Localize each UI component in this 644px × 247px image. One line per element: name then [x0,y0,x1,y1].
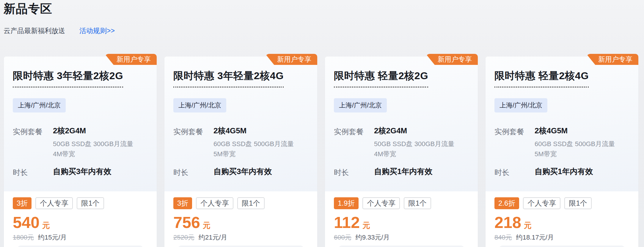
product-card[interactable]: 新用户专享 限时特惠 轻量2核4G 上海/广州/北京 实例套餐 2核4G5M 6… [486,57,638,247]
spec-label: 实例套餐 [13,126,53,159]
promo-row: 1.9折 个人专享 限1个 [334,197,469,209]
price-value: 218 [494,213,521,232]
duration-label: 时长 [334,166,374,177]
spec-detail-line: 5M带宽 [213,149,294,159]
spec-detail-line: 60GB SSD盘 500GB月流量 [213,139,294,149]
card-info-section: 限时特惠 轻量2核2G 上海/广州/北京 实例套餐 2核2G4M 50GB SS… [325,57,478,191]
original-price-row: 1800元 约15元/月 [13,233,148,242]
price-value: 540 [13,213,40,232]
spec-value-block: 2核4G5M 60GB SSD盘 500GB月流量 5M带宽 [213,126,294,159]
original-price-row: 840元 约18.17元/月 [494,233,629,242]
price-unit: 元 [524,220,532,231]
new-user-badge: 新用户专享 [586,54,638,65]
spec-label: 实例套餐 [334,126,374,159]
region-tag: 上海/广州/北京 [334,98,387,112]
promo-tag: 限1个 [404,197,431,209]
card-title: 限时特惠 轻量2核2G [334,69,428,87]
duration-value: 自购买1年内有效 [535,166,593,177]
promo-tag: 限1个 [77,197,104,209]
new-user-badge: 新用户专享 [105,54,157,65]
duration-row: 时长 自购买3年内有效 [173,166,308,177]
product-card[interactable]: 新用户专享 限时特惠 3年轻量2核2G 上海/广州/北京 实例套餐 2核2G4M… [4,57,157,247]
promo-row: 3折 个人专享 限1个 [173,197,308,209]
spec-value-block: 2核2G4M 50GB SSD盘 300GB月流量 4M带宽 [53,126,133,159]
spec-row: 实例套餐 2核2G4M 50GB SSD盘 300GB月流量 4M带宽 [13,126,148,159]
spec-details: 50GB SSD盘 300GB月流量 4M带宽 [53,139,133,159]
promo-tag: 限1个 [237,197,264,209]
duration-row: 时长 自购买3年内有效 [13,166,148,177]
duration-label: 时长 [173,166,213,177]
card-title: 限时特惠 3年轻量2核2G [13,69,123,87]
price-row: 112 元 [334,213,469,232]
spec-detail-line: 50GB SSD盘 300GB月流量 [374,139,454,149]
discount-badge: 2.6折 [494,197,519,209]
discount-badge: 3折 [13,197,32,209]
section-subtitle-row: 云产品最新福利放送 活动规则>> [4,26,115,35]
card-price-section: 3折 个人专享 限1个 540 元 1800元 约15元/月 [4,191,157,247]
activity-rules-link[interactable]: 活动规则>> [79,26,115,35]
duration-value: 自购买3年内有效 [53,166,111,177]
card-row: 新用户专享 限时特惠 3年轻量2核2G 上海/广州/北京 实例套餐 2核2G4M… [4,57,638,247]
spec-row: 实例套餐 2核4G5M 60GB SSD盘 500GB月流量 5M带宽 [173,126,308,159]
price-unit: 元 [42,220,50,231]
price-row: 540 元 [13,213,148,232]
spec-value-block: 2核2G4M 50GB SSD盘 300GB月流量 4M带宽 [374,126,454,159]
promo-tag: 限1个 [564,197,591,209]
spec-detail-line: 60GB SSD盘 500GB月流量 [535,139,615,149]
new-user-badge: 新用户专享 [265,54,317,65]
spec-label: 实例套餐 [173,126,213,159]
spec-value: 2核2G4M [374,126,454,136]
spec-value: 2核2G4M [53,126,133,136]
buy-button[interactable] [178,246,304,247]
discount-badge: 3折 [173,197,192,209]
price-row: 756 元 [173,213,308,232]
price-value: 756 [173,213,200,232]
price-row: 218 元 [494,213,629,232]
spec-label: 实例套餐 [494,126,535,159]
spec-details: 60GB SSD盘 500GB月流量 5M带宽 [213,139,294,159]
promo-tag: 个人专享 [196,197,233,209]
spec-detail-line: 5M带宽 [535,149,615,159]
original-price: 1800元 [13,233,34,242]
original-price-row: 600元 约9.33元/月 [334,233,469,242]
region-tag: 上海/广州/北京 [173,98,226,112]
price-unit: 元 [362,220,370,231]
duration-value: 自购买3年内有效 [213,166,272,177]
card-price-section: 1.9折 个人专享 限1个 112 元 600元 约9.33元/月 [325,191,478,247]
buy-button[interactable] [17,246,144,247]
promo-tag: 个人专享 [523,197,560,209]
buy-button[interactable] [499,246,625,247]
card-title: 限时特惠 轻量2核4G [494,69,589,87]
section-subtitle: 云产品最新福利放送 [4,26,65,35]
region-tag: 上海/广州/北京 [494,98,547,112]
spec-detail-line: 4M带宽 [53,149,133,159]
spec-detail-line: 4M带宽 [374,149,454,159]
card-info-section: 限时特惠 轻量2核4G 上海/广州/北京 实例套餐 2核4G5M 60GB SS… [486,57,638,191]
discount-badge: 1.9折 [334,197,359,209]
duration-label: 时长 [13,166,53,177]
original-price: 600元 [334,233,351,242]
card-info-section: 限时特惠 3年轻量2核2G 上海/广州/北京 实例套餐 2核2G4M 50GB … [4,57,157,191]
card-price-section: 3折 个人专享 限1个 756 元 2520元 约21元/月 [164,191,317,247]
original-price: 840元 [494,233,512,242]
product-card[interactable]: 新用户专享 限时特惠 3年轻量2核4G 上海/广州/北京 实例套餐 2核4G5M… [164,57,317,247]
region-tag: 上海/广州/北京 [13,98,66,112]
monthly-price: 约9.33元/月 [356,233,390,242]
monthly-price: 约21元/月 [199,233,227,242]
promo-row: 2.6折 个人专享 限1个 [494,197,629,209]
price-unit: 元 [203,220,211,231]
buy-button[interactable] [338,246,465,247]
duration-row: 时长 自购买1年内有效 [334,166,469,177]
monthly-price: 约18.17元/月 [516,233,554,242]
card-price-section: 2.6折 个人专享 限1个 218 元 840元 约18.17元/月 [486,191,638,247]
price-value: 112 [334,213,360,232]
monthly-price: 约15元/月 [38,233,67,242]
spec-row: 实例套餐 2核2G4M 50GB SSD盘 300GB月流量 4M带宽 [334,126,469,159]
spec-details: 60GB SSD盘 500GB月流量 5M带宽 [535,139,615,159]
spec-detail-line: 50GB SSD盘 300GB月流量 [53,139,133,149]
duration-row: 时长 自购买1年内有效 [494,166,629,177]
spec-row: 实例套餐 2核4G5M 60GB SSD盘 500GB月流量 5M带宽 [494,126,629,159]
spec-value: 2核4G5M [213,126,294,136]
product-card[interactable]: 新用户专享 限时特惠 轻量2核2G 上海/广州/北京 实例套餐 2核2G4M 5… [325,57,478,247]
spec-value: 2核4G5M [535,126,615,136]
